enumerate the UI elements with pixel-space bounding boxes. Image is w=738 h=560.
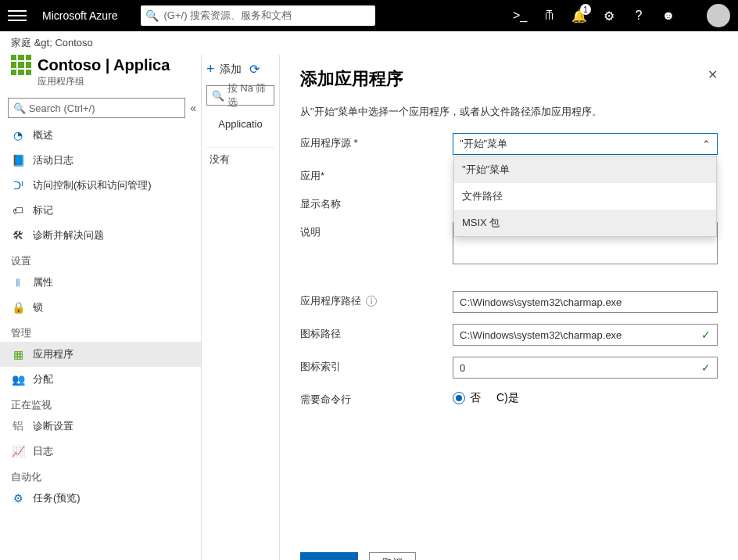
add-button[interactable]: 添加 <box>220 63 242 77</box>
crumb-current[interactable]: Contoso <box>55 37 92 48</box>
label-description: 说明 <box>300 222 453 239</box>
nav-overview[interactable]: ◔概述 <box>0 123 201 148</box>
section-manage: 管理 <box>0 320 201 342</box>
app-source-select[interactable]: "开始"菜单 ⌃ "开始"菜单 文件路径 MSIX 包 <box>453 133 718 155</box>
assign-icon: 👥 <box>11 372 25 386</box>
label-need-cli: 需要命令行 <box>300 389 453 407</box>
section-settings: 设置 <box>0 248 201 270</box>
nav-applications[interactable]: ▦应用程序 <box>0 342 201 367</box>
nav-locks[interactable]: 🔒锁 <box>0 295 201 320</box>
option-start-menu[interactable]: "开始"菜单 <box>454 156 716 183</box>
tag-icon: 🏷 <box>11 203 25 217</box>
search-icon: 🔍 <box>212 90 224 102</box>
notif-badge: 1 <box>580 4 591 15</box>
list-toolbar: + 添加 ⟳ <box>206 61 274 77</box>
nav-activity-log[interactable]: 📘活动日志 <box>0 148 201 173</box>
icon-index-input[interactable]: 0✓ <box>453 357 718 379</box>
apps-icon: ▦ <box>11 347 25 361</box>
content-area: Contoso | Applica 应用程序组 🔍 Search (Ctrl+/… <box>0 55 738 560</box>
log-icon: 📘 <box>11 153 25 167</box>
top-icon-bar: >_ ⫚ 🔔1 ⚙ ? ☻ <box>513 4 730 27</box>
label-app: 应用* <box>300 166 453 183</box>
crumb-sep: &gt; <box>34 37 56 48</box>
global-search[interactable]: 🔍 (G+/) 搜索资源、服务和文档 <box>141 5 375 26</box>
app-source-dropdown: "开始"菜单 文件路径 MSIX 包 <box>453 156 717 237</box>
label-icon-path: 图标路径 <box>300 324 453 341</box>
sidebar-search-placeholder: Search (Ctrl+/) <box>29 102 95 114</box>
radio-dot-on <box>453 392 465 404</box>
avatar[interactable] <box>707 4 730 27</box>
chevron-up-icon: ⌃ <box>702 138 711 150</box>
icon-path-input[interactable]: C:\Windows\system32\charmap.exe✓ <box>453 324 718 346</box>
app-source-value: "开始"菜单 <box>460 137 507 151</box>
label-app-path: 应用程序路径i <box>300 291 453 308</box>
properties-icon: ⦀ <box>11 275 25 289</box>
label-icon-index: 图标索引 <box>300 357 453 374</box>
people-icon: ᑐ⁠ᑊ <box>11 178 25 192</box>
cancel-button[interactable]: 取消 <box>369 552 416 560</box>
label-display-name: 显示名称 <box>300 194 453 211</box>
nav-logs[interactable]: 📈日志 <box>0 439 201 464</box>
diagnose-icon: 🛠 <box>11 228 25 242</box>
empty-text: 没有 <box>206 148 274 171</box>
section-monitor: 正在监视 <box>0 392 201 414</box>
search-placeholder: (G+/) 搜索资源、服务和文档 <box>163 9 292 23</box>
logs-icon: 📈 <box>11 444 25 458</box>
search-icon: 🔍 <box>13 102 26 114</box>
nav-properties[interactable]: ⦀属性 <box>0 270 201 295</box>
resource-subtitle: 应用程序组 <box>38 75 190 88</box>
radio-no[interactable]: 否 <box>453 391 481 405</box>
notifications-icon[interactable]: 🔔1 <box>572 9 586 23</box>
top-bar: Microsoft Azure 🔍 (G+/) 搜索资源、服务和文档 >_ ⫚ … <box>0 0 738 31</box>
collapse-sidebar-icon[interactable]: « <box>190 102 196 114</box>
label-source: 应用程序源 * <box>300 133 453 150</box>
section-automation: 自动化 <box>0 464 201 486</box>
nav-assignments[interactable]: 👥分配 <box>0 367 201 392</box>
panel-desc: 从"开始"菜单中选择一个应用程序，或者从文件路径添加应用程序。 <box>300 105 718 119</box>
check-icon: ✓ <box>701 361 711 374</box>
sidebar-header: Contoso | Applica 应用程序组 <box>0 55 201 93</box>
nav-tags[interactable]: 🏷标记 <box>0 198 201 223</box>
tasks-icon: ⚙ <box>11 491 25 505</box>
sidebar-nav: ◔概述 📘活动日志 ᑐ⁠ᑊ访问控制(标识和访问管理) 🏷标记 🛠诊断并解决问题 … <box>0 123 201 560</box>
filter-input[interactable]: 🔍 按 Na 筛选 <box>206 85 274 106</box>
cloudshell-icon[interactable]: >_ <box>513 9 527 23</box>
refresh-icon[interactable]: ⟳ <box>249 62 260 77</box>
brand-label: Microsoft Azure <box>42 9 117 22</box>
add-application-panel: 添加应用程序 ✕ 从"开始"菜单中选择一个应用程序，或者从文件路径添加应用程序。… <box>280 55 738 560</box>
option-file-path[interactable]: 文件路径 <box>454 183 716 210</box>
option-msix-package[interactable]: MSIX 包 <box>454 210 716 236</box>
settings-icon[interactable]: ⚙ <box>602 9 616 23</box>
list-column: + 添加 ⟳ 🔍 按 Na 筛选 Applicatio 没有 <box>202 55 280 560</box>
panel-footer: Save 取消 <box>300 552 416 560</box>
breadcrumb: 家庭 &gt; Contoso <box>0 31 738 55</box>
appgroup-icon <box>11 55 31 75</box>
need-cli-radio-group: 否 C)是 <box>453 389 718 405</box>
nav-diagnose[interactable]: 🛠诊断并解决问题 <box>0 223 201 248</box>
lock-icon: 🔒 <box>11 300 25 314</box>
app-path-input[interactable]: C:\Windows\system32\charmap.exe <box>453 291 718 313</box>
help-icon[interactable]: ? <box>632 9 646 23</box>
feedback-icon[interactable]: ☻ <box>661 9 675 23</box>
nav-access-control[interactable]: ᑐ⁠ᑊ访问控制(标识和访问管理) <box>0 173 201 198</box>
resource-title: Contoso | Applica <box>38 56 170 74</box>
crumb-home[interactable]: 家庭 <box>11 37 31 48</box>
close-icon[interactable]: ✕ <box>708 67 718 82</box>
overview-icon: ◔ <box>11 128 25 142</box>
search-icon: 🔍 <box>145 9 159 22</box>
save-button[interactable]: Save <box>300 552 358 560</box>
directory-icon[interactable]: ⫚ <box>543 9 557 23</box>
nav-tasks[interactable]: ⚙任务(预览) <box>0 486 201 511</box>
radio-yes[interactable]: C)是 <box>496 391 519 405</box>
nav-diag-settings[interactable]: 铝诊断设置 <box>0 414 201 439</box>
column-header[interactable]: Applicatio <box>206 113 274 148</box>
plus-icon: + <box>206 61 215 77</box>
panel-title: 添加应用程序 <box>300 67 403 91</box>
hamburger-icon[interactable] <box>8 10 27 21</box>
check-icon: ✓ <box>701 328 711 341</box>
info-icon[interactable]: i <box>366 296 377 307</box>
diag-icon: 铝 <box>11 419 25 433</box>
sidebar: Contoso | Applica 应用程序组 🔍 Search (Ctrl+/… <box>0 55 202 560</box>
sidebar-search[interactable]: 🔍 Search (Ctrl+/) <box>8 98 185 118</box>
